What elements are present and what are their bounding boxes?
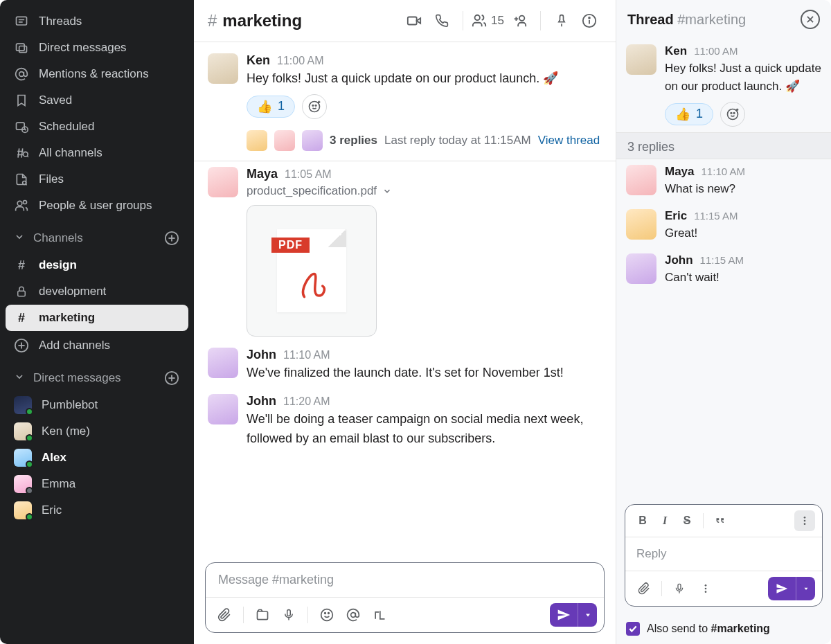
italic-button[interactable]: I bbox=[654, 510, 675, 531]
message-text: Great! bbox=[665, 224, 821, 242]
format-more-button[interactable] bbox=[794, 510, 815, 531]
presence-indicator bbox=[26, 408, 33, 415]
channel-item-marketing[interactable]: #marketing bbox=[6, 305, 188, 331]
svg-marker-49 bbox=[586, 614, 590, 617]
thread-summary[interactable]: 3 repliesLast reply today at 11:15AMView… bbox=[194, 125, 616, 161]
svg-rect-3 bbox=[17, 44, 25, 51]
record-video-button[interactable] bbox=[251, 603, 274, 627]
add-dm-icon[interactable] bbox=[163, 370, 180, 386]
emoji-button[interactable] bbox=[315, 603, 339, 627]
sidebar-nav-dm[interactable]: Direct messages bbox=[6, 35, 188, 61]
sidebar-nav-saved[interactable]: Saved bbox=[6, 87, 188, 114]
formatting-button[interactable] bbox=[368, 603, 391, 627]
svg-point-62 bbox=[705, 584, 707, 587]
video-call-button[interactable] bbox=[402, 8, 427, 33]
sidebar-nav-label: People & user groups bbox=[39, 199, 152, 213]
channel-name: development bbox=[39, 285, 106, 298]
sidebar-nav-threads[interactable]: Threads bbox=[6, 8, 188, 35]
message-time: 11:15 AM bbox=[694, 210, 738, 222]
svg-point-36 bbox=[589, 17, 590, 19]
strike-button[interactable]: S bbox=[677, 510, 697, 531]
thread-attach-button[interactable] bbox=[632, 577, 656, 600]
svg-rect-0 bbox=[17, 17, 27, 25]
sidebar-nav-label: Mentions & reactions bbox=[39, 67, 149, 81]
thread-reply: John11:15 AMCan't wait! bbox=[616, 248, 831, 292]
add-people-button[interactable] bbox=[507, 8, 532, 33]
avatar bbox=[302, 130, 323, 151]
channel-item-development[interactable]: development bbox=[6, 278, 188, 305]
pdf-icon: PDF bbox=[277, 229, 346, 312]
thread-panel: Thread #marketing Ken 11:00 AM Hey folks… bbox=[616, 0, 831, 644]
reaction-pill[interactable]: 👍 1 bbox=[665, 103, 713, 125]
dm-item-emma[interactable]: Emma bbox=[6, 471, 188, 497]
chevron-down-icon bbox=[382, 186, 392, 196]
sidebar-nav-scheduled[interactable]: Scheduled bbox=[6, 114, 188, 140]
message-time: 11:05 AM bbox=[285, 168, 332, 181]
dm-name: Alex bbox=[42, 451, 66, 465]
channels-section-header[interactable]: Channels bbox=[6, 220, 188, 251]
also-send-row[interactable]: Also send to #marketing bbox=[616, 614, 831, 644]
thread-more-button[interactable] bbox=[694, 577, 717, 600]
message-input[interactable] bbox=[218, 573, 591, 587]
quote-button[interactable] bbox=[709, 510, 730, 531]
hash-icon: # bbox=[14, 310, 29, 325]
thread-audio-button[interactable] bbox=[668, 577, 691, 600]
thread-send-button[interactable] bbox=[768, 577, 796, 600]
dms-section-header[interactable]: Direct messages bbox=[6, 360, 188, 391]
sidebar-nav-files[interactable]: Files bbox=[6, 166, 188, 193]
dm-item-eric[interactable]: Eric bbox=[6, 497, 188, 524]
sidebar-nav-people[interactable]: People & user groups bbox=[6, 193, 188, 219]
attachment-name[interactable]: product_specification.pdf bbox=[247, 184, 602, 198]
dm-item-pumblebot[interactable]: Pumblebot bbox=[6, 392, 188, 418]
dm-icon bbox=[14, 40, 29, 55]
dm-name: Ken (me) bbox=[42, 424, 90, 438]
sidebar-nav-allchan[interactable]: All channels bbox=[6, 140, 188, 166]
avatar bbox=[14, 475, 32, 493]
send-options-button[interactable] bbox=[578, 603, 597, 627]
attachment-preview[interactable]: PDF bbox=[247, 205, 377, 337]
view-thread-link[interactable]: View thread bbox=[538, 134, 600, 147]
message-text: Hey folks! Just a quick update on our pr… bbox=[247, 69, 602, 89]
thread-send-options-button[interactable] bbox=[796, 577, 815, 600]
chevron-down-icon bbox=[14, 371, 25, 386]
channel-title[interactable]: # marketing bbox=[208, 11, 302, 30]
avatar bbox=[626, 165, 656, 195]
send-button[interactable] bbox=[550, 603, 578, 627]
message-time: 11:00 AM bbox=[694, 45, 738, 57]
thread-reply-input[interactable] bbox=[636, 547, 811, 561]
sidebar-nav-mentions[interactable]: Mentions & reactions bbox=[6, 61, 188, 87]
message-author: Maya bbox=[247, 167, 278, 181]
files-icon bbox=[14, 172, 29, 187]
add-reaction-button[interactable] bbox=[720, 102, 745, 127]
dm-item-kenme[interactable]: Ken (me) bbox=[6, 418, 188, 445]
also-send-label: Also send to bbox=[647, 623, 711, 634]
dm-item-alex[interactable]: Alex bbox=[6, 445, 188, 471]
message: Ken11:00 AMHey folks! Just a quick updat… bbox=[194, 48, 616, 125]
channel-header: # marketing 15 bbox=[194, 0, 616, 42]
mention-button[interactable] bbox=[341, 603, 365, 627]
add-channels-item[interactable]: Add channels bbox=[6, 332, 188, 359]
info-button[interactable] bbox=[577, 8, 602, 33]
message-time: 11:15 AM bbox=[700, 254, 744, 266]
also-send-checkbox[interactable] bbox=[626, 622, 640, 636]
close-thread-button[interactable] bbox=[801, 10, 820, 29]
pin-button[interactable] bbox=[549, 8, 574, 33]
record-audio-button[interactable] bbox=[277, 603, 301, 627]
messages-list: Ken11:00 AMHey folks! Just a quick updat… bbox=[194, 42, 616, 562]
channel-item-design[interactable]: #design bbox=[6, 252, 188, 278]
avatar bbox=[208, 167, 238, 197]
dm-name: Pumblebot bbox=[42, 398, 98, 412]
reaction-pill[interactable]: 👍1 bbox=[247, 96, 295, 118]
presence-indicator bbox=[26, 460, 33, 468]
svg-rect-43 bbox=[287, 610, 291, 616]
message-time: 11:10 AM bbox=[702, 166, 745, 177]
audio-call-button[interactable] bbox=[429, 8, 454, 33]
message-author: John bbox=[247, 394, 276, 409]
attach-file-button[interactable] bbox=[213, 603, 236, 627]
member-count[interactable]: 15 bbox=[472, 13, 504, 28]
member-count-value: 15 bbox=[491, 14, 504, 28]
add-channel-section-icon[interactable] bbox=[163, 230, 180, 247]
lock-icon bbox=[14, 284, 29, 299]
bold-button[interactable]: B bbox=[632, 510, 653, 531]
add-reaction-button[interactable] bbox=[302, 94, 327, 119]
